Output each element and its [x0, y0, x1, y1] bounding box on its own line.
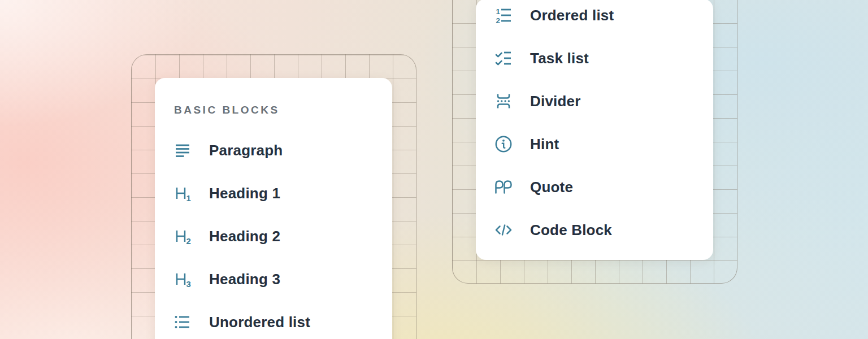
quote-icon — [494, 177, 513, 197]
menu-item-label: Heading 3 — [209, 271, 280, 288]
background: BASIC BLOCKS Paragraph — [0, 0, 868, 339]
menu-item-hint[interactable]: Hint — [476, 123, 713, 166]
menu-item-label: Code Block — [530, 221, 612, 239]
heading-2-icon: 2 — [173, 227, 192, 246]
menu-item-heading-3[interactable]: 3 Heading 3 — [155, 258, 392, 301]
section-header: BASIC BLOCKS — [174, 104, 392, 116]
menu-item-paragraph[interactable]: Paragraph — [155, 129, 392, 172]
menu-item-unordered-list[interactable]: Unordered list — [155, 301, 392, 339]
svg-text:1: 1 — [186, 193, 191, 203]
unordered-list-icon — [173, 312, 192, 332]
menu-item-list: 1 2 Ordered list — [476, 0, 713, 251]
blocks-menu-continued: 1 2 Ordered list — [476, 0, 713, 260]
menu-item-list: Paragraph 1 Heading 1 2 — [155, 129, 392, 339]
heading-3-icon: 3 — [173, 270, 192, 289]
menu-item-label: Hint — [530, 136, 559, 153]
svg-text:1: 1 — [496, 7, 501, 16]
heading-1-icon: 1 — [173, 184, 192, 203]
menu-item-label: Divider — [530, 93, 581, 110]
code-block-icon — [494, 220, 513, 240]
menu-item-label: Heading 2 — [209, 228, 280, 245]
menu-item-label: Paragraph — [209, 142, 283, 159]
ordered-list-icon: 1 2 — [494, 6, 513, 25]
menu-item-divider[interactable]: Divider — [476, 80, 713, 123]
menu-item-label: Unordered list — [209, 314, 310, 331]
menu-item-ordered-list[interactable]: 1 2 Ordered list — [476, 0, 713, 37]
menu-item-heading-1[interactable]: 1 Heading 1 — [155, 172, 392, 215]
menu-item-label: Task list — [530, 50, 589, 67]
menu-item-code-block[interactable]: Code Block — [476, 208, 713, 251]
menu-item-label: Ordered list — [530, 7, 614, 24]
menu-item-task-list[interactable]: Task list — [476, 37, 713, 80]
hint-icon — [494, 134, 513, 154]
menu-item-label: Quote — [530, 179, 573, 196]
paragraph-icon — [173, 141, 192, 160]
svg-text:3: 3 — [186, 279, 191, 289]
svg-text:2: 2 — [496, 16, 501, 25]
basic-blocks-menu: BASIC BLOCKS Paragraph — [155, 78, 392, 339]
menu-item-quote[interactable]: Quote — [476, 166, 713, 208]
menu-item-label: Heading 1 — [209, 185, 280, 202]
task-list-icon — [494, 49, 513, 68]
menu-item-heading-2[interactable]: 2 Heading 2 — [155, 215, 392, 258]
svg-text:2: 2 — [186, 236, 191, 246]
divider-icon — [494, 92, 513, 111]
